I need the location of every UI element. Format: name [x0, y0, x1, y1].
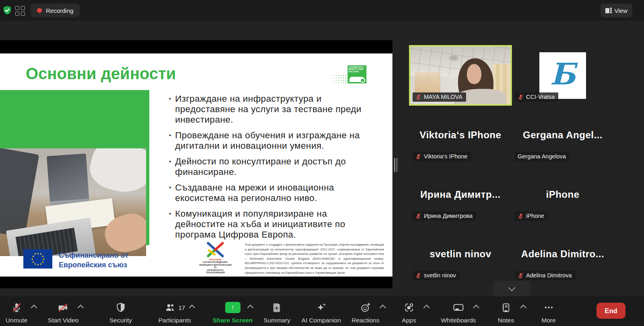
summary-button[interactable]: Summary [264, 302, 290, 324]
camera-off-icon [58, 302, 69, 313]
unmute-options-chevron[interactable] [31, 305, 37, 311]
recording-label: Recording [46, 7, 73, 14]
participant-name-label: Gergana Angelova [515, 152, 570, 161]
shield-icon [116, 302, 126, 313]
end-meeting-button[interactable]: End [597, 303, 625, 319]
whiteboard-icon [452, 302, 464, 313]
participant-tile[interactable]: Adelina Dimitro... Adelina Dimitrova [513, 225, 613, 283]
meeting-toolbar: Unmute Start Video Security [0, 296, 644, 326]
share-screen-icon: ↑ [225, 302, 240, 313]
bullet-item: ▪Създаване на мрежи и иновационна екосис… [169, 182, 374, 203]
participant-name-label: CCI-Vratsa [515, 92, 558, 102]
summary-doc-icon [272, 302, 282, 313]
participant-tile[interactable]: Ирина Димитр... Ирина Димитрова [411, 166, 510, 223]
more-ellipsis-icon [543, 302, 554, 313]
apps-button[interactable]: Apps [402, 302, 416, 324]
bullet-item: ▪Комуникация и популяризиране на дейност… [169, 209, 374, 240]
eu-flag: ★★★★★★★★★★★★ [23, 249, 52, 269]
whiteboards-button[interactable]: Whiteboards [441, 302, 476, 324]
share-screen-button[interactable]: ↑ Share Screen [213, 302, 252, 324]
view-label: View [615, 7, 627, 14]
car-icon [349, 77, 365, 82]
participant-name-label: Ирина Димитрова [413, 211, 476, 221]
video-options-chevron[interactable] [78, 305, 84, 311]
presentation-slide: Основни дейности AUTOMOTIVE & MOBILITY E… [0, 53, 392, 277]
bullet-item: ▪Провеждане на обучения и изграждане на … [169, 130, 374, 151]
mic-muted-icon [11, 302, 22, 313]
ai-companion-button[interactable]: AI Companion [301, 302, 341, 324]
recording-indicator[interactable]: Recording [31, 4, 80, 17]
ai-sparkle-icon [316, 302, 326, 313]
workspace-grid-icon[interactable] [15, 6, 24, 15]
panel-resize-handle[interactable] [394, 158, 398, 172]
collapse-gallery-button[interactable] [493, 281, 530, 297]
view-button[interactable]: View [601, 4, 632, 17]
participant-name-label: svetlin ninov [413, 271, 460, 280]
view-layout-icon [605, 8, 612, 13]
muted-mic-icon [415, 213, 421, 219]
eu-cofunded-text: Съфинансирано от Европейския съюз [59, 250, 128, 270]
participants-button[interactable]: 17 Participants [159, 302, 191, 324]
start-video-button[interactable]: Start Video [48, 302, 78, 324]
business-meeting-photo [0, 148, 146, 256]
muted-mic-icon [518, 213, 524, 219]
slide-green-panel [0, 90, 149, 245]
logo-pixel-dots [328, 74, 347, 83]
shared-screen-region: Основни дейности AUTOMOTIVE & MOBILITY E… [0, 40, 392, 288]
muted-mic-icon [415, 154, 421, 160]
participant-name-label: MAYA MILOVA [413, 92, 466, 102]
funding-disclaimer-text: Този документ е създаден с финансовата п… [245, 242, 384, 275]
participant-tile[interactable]: MAYA MILOVA [411, 47, 510, 104]
reactions-smiley-icon [360, 302, 371, 313]
whiteboards-options-chevron[interactable] [473, 305, 479, 311]
bullet-item: ▪Дейности по консултиране и достъп до фи… [169, 156, 374, 177]
bullet-item: ▪Изграждане на инфраструктура и предоста… [169, 94, 374, 125]
participant-tile[interactable]: iPhone iPhone [513, 166, 613, 223]
slide-bullet-list: ▪Изграждане на инфраструктура и предоста… [169, 94, 374, 240]
notes-button[interactable]: Notes [498, 302, 514, 324]
participants-count: 17 [178, 304, 185, 311]
notes-options-chevron[interactable] [520, 305, 527, 311]
unmute-button[interactable]: Unmute [6, 302, 27, 324]
muted-mic-icon [518, 94, 524, 100]
participant-name-label: iPhone [515, 211, 548, 221]
security-button[interactable]: Security [109, 302, 132, 324]
participants-options-chevron[interactable] [189, 305, 196, 311]
apps-icon [404, 302, 414, 313]
participant-tile[interactable]: svetlin ninov svetlin ninov [411, 225, 510, 283]
top-bar: Recording View [0, 0, 644, 21]
more-button[interactable]: More [541, 302, 555, 324]
participant-tile[interactable]: Б CCI-Vratsa [513, 47, 613, 104]
meeting-info-shield-icon[interactable] [2, 5, 12, 16]
participant-tile[interactable]: Viktoria‘s IPhone Viktoria‘s IPhone [411, 106, 510, 164]
apps-options-chevron[interactable] [423, 305, 430, 311]
participant-tile[interactable]: Gergana Angel... Gergana Angelova [513, 106, 613, 164]
reactions-button[interactable]: Reactions [352, 302, 380, 324]
slide-title: Основни дейности [26, 65, 176, 83]
muted-mic-icon [518, 273, 524, 279]
zoom-meeting-window: Recording View Основни дейности AUTOMOTI… [0, 0, 644, 326]
automotive-mobility-edih-logo: AUTOMOTIVE & MOBILITY EDIH BULGARIA [347, 65, 367, 84]
chevron-down-icon [508, 284, 515, 291]
recording-dot-icon [37, 8, 42, 13]
participant-gallery: MAYA MILOVA Б CCI-Vratsa [411, 47, 613, 283]
muted-mic-icon [415, 94, 421, 100]
muted-mic-icon [415, 273, 421, 279]
reactions-options-chevron[interactable] [380, 305, 386, 311]
participants-icon [164, 302, 175, 313]
notes-icon [501, 302, 511, 313]
share-options-chevron[interactable] [247, 305, 254, 311]
participant-name-label: Adelina Dimitrova [515, 271, 576, 280]
participant-name-label: Viktoria‘s IPhone [413, 152, 471, 161]
program-logo: ПРОГРАМА НАУЧНИ ИЗСЛЕДВАНИЯ, ИНОВАЦИИ И … [198, 240, 233, 274]
